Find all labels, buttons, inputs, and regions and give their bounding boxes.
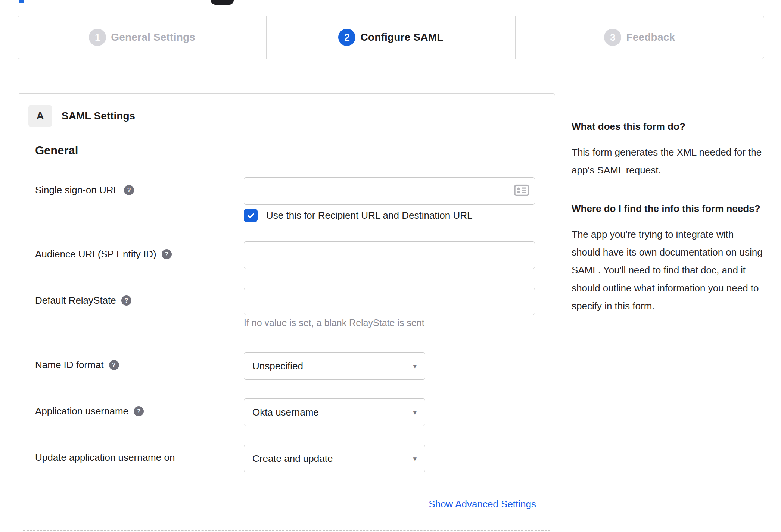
chevron-down-icon: ▾ <box>413 454 417 463</box>
help-icon[interactable]: ? <box>121 295 131 306</box>
audience-uri-input[interactable] <box>244 241 535 269</box>
select-value: Okta username <box>252 407 413 418</box>
help-icon[interactable]: ? <box>134 406 144 416</box>
sidebar-heading-where: Where do I find the info this form needs… <box>572 201 763 216</box>
dashed-divider <box>23 530 550 531</box>
cutoff-dark-icon <box>211 0 234 5</box>
step-number-badge: 3 <box>604 29 621 46</box>
recipient-url-checkbox-label: Use this for Recipient URL and Destinati… <box>266 210 473 221</box>
select-value: Create and update <box>252 453 413 464</box>
check-icon <box>246 211 255 220</box>
audience-uri-label: Audience URI (SP Entity ID) ? <box>35 248 172 260</box>
label-text: Application username <box>35 406 128 417</box>
label-text: Single sign-on URL <box>35 184 119 196</box>
select-value: Unspecified <box>252 360 413 372</box>
sidebar-body-where: The app you're trying to integrate with … <box>572 225 763 315</box>
step-feedback[interactable]: 3 Feedback <box>515 16 764 59</box>
step-label: General Settings <box>111 31 195 43</box>
update-app-username-label: Update application username on <box>35 452 175 463</box>
step-number-badge: 1 <box>89 29 106 46</box>
default-relaystate-label: Default RelayState ? <box>35 295 131 306</box>
sso-url-input-wrap <box>244 177 535 205</box>
step-number-badge: 2 <box>338 29 355 46</box>
step-general-settings[interactable]: 1 General Settings <box>18 16 266 59</box>
update-app-username-select[interactable]: Create and update ▾ <box>244 445 425 472</box>
help-icon[interactable]: ? <box>162 249 172 259</box>
name-id-format-select[interactable]: Unspecified ▾ <box>244 352 425 380</box>
default-relaystate-input[interactable] <box>244 288 535 315</box>
chevron-down-icon: ▾ <box>413 408 417 417</box>
step-label: Configure SAML <box>360 31 443 43</box>
sidebar-body-what: This form generates the XML needed for t… <box>572 143 763 179</box>
application-username-label: Application username ? <box>35 406 144 417</box>
sso-url-label: Single sign-on URL ? <box>35 184 134 196</box>
recipient-url-checkbox-row: Use this for Recipient URL and Destinati… <box>244 209 473 222</box>
section-badge: A <box>28 105 52 127</box>
chevron-down-icon: ▾ <box>413 362 417 370</box>
relaystate-hint: If no value is set, a blank RelayState i… <box>244 317 424 328</box>
section-title: SAML Settings <box>62 110 135 122</box>
sidebar-heading-what: What does this form do? <box>572 119 763 134</box>
step-label: Feedback <box>626 31 675 43</box>
cutoff-blue-icon <box>19 0 24 3</box>
help-icon[interactable]: ? <box>124 185 134 195</box>
label-text: Default RelayState <box>35 295 116 306</box>
help-icon[interactable]: ? <box>109 360 119 370</box>
application-username-select[interactable]: Okta username ▾ <box>244 398 425 426</box>
label-text: Name ID format <box>35 359 104 371</box>
name-id-format-label: Name ID format ? <box>35 359 119 371</box>
wizard-stepper: 1 General Settings 2 Configure SAML 3 Fe… <box>18 16 764 59</box>
contact-card-icon[interactable] <box>514 185 529 198</box>
sso-url-input[interactable] <box>244 177 535 205</box>
configure-saml-page: 1 General Settings 2 Configure SAML 3 Fe… <box>0 0 781 532</box>
help-sidebar: What does this form do? This form genera… <box>572 119 763 315</box>
saml-settings-card: A SAML Settings General Single sign-on U… <box>18 93 555 532</box>
label-text: Update application username on <box>35 452 175 463</box>
recipient-url-checkbox[interactable] <box>244 209 258 222</box>
step-configure-saml[interactable]: 2 Configure SAML <box>266 16 515 59</box>
label-text: Audience URI (SP Entity ID) <box>35 248 156 260</box>
show-advanced-settings-link[interactable]: Show Advanced Settings <box>429 498 536 510</box>
group-title: General <box>35 144 78 157</box>
